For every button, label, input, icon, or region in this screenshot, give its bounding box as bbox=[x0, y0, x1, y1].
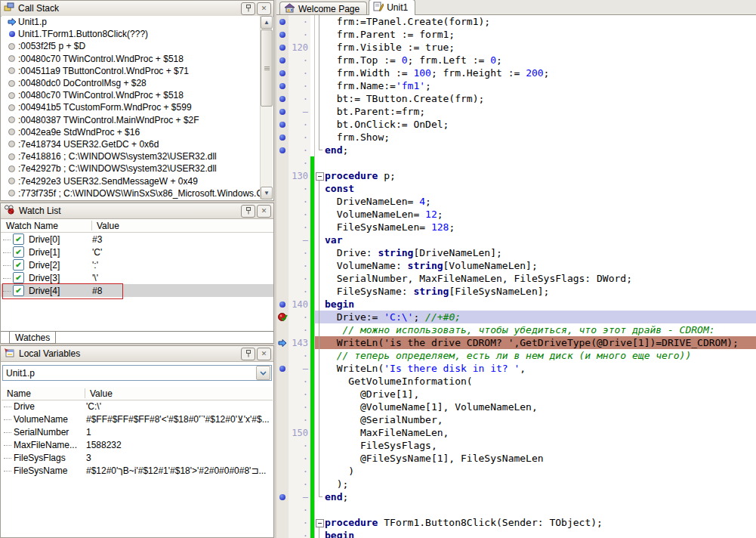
gutter-icon-cell[interactable] bbox=[276, 503, 289, 516]
gutter-icon-cell[interactable] bbox=[276, 182, 289, 195]
gutter-icon-cell[interactable] bbox=[276, 66, 289, 79]
gutter-icon-cell[interactable] bbox=[276, 439, 289, 452]
code-line-text[interactable]: GetVolumeInformation( bbox=[315, 375, 756, 388]
gutter-icon-cell[interactable] bbox=[276, 144, 289, 156]
editor-line[interactable]: · @Drive[1], bbox=[276, 388, 756, 400]
gutter-icon-cell[interactable] bbox=[276, 529, 289, 538]
column-value[interactable]: Value bbox=[97, 221, 119, 231]
editor-line[interactable]: · @VolumeName[1], VolumeNameLen, bbox=[276, 400, 756, 413]
code-line-text[interactable] bbox=[315, 503, 756, 516]
code-line-text[interactable]: Drive:= 'C:\'; //+#0; bbox=[315, 311, 756, 323]
editor-line[interactable]: · // теперь определяем, есть ли в нем ди… bbox=[276, 349, 756, 362]
editor-line[interactable]: 150 MaxFileNameLen, bbox=[276, 426, 756, 439]
editor-line[interactable]: · Drive:= 'C:\'; //+#0; bbox=[276, 311, 756, 323]
call-stack-item[interactable]: Unit1.p bbox=[2, 16, 261, 28]
editor-line[interactable]: · bbox=[276, 503, 756, 516]
gutter-icon-cell[interactable] bbox=[276, 375, 289, 388]
gutter-icon-cell[interactable] bbox=[276, 195, 289, 208]
call-stack-item[interactable]: :0042ea9e StdWndProc + $16 bbox=[2, 126, 261, 138]
gutter-icon-cell[interactable] bbox=[276, 105, 289, 118]
editor-line[interactable]: · @FileSysName[1], FileSysNameLen bbox=[276, 452, 756, 465]
gutter-icon-cell[interactable] bbox=[276, 298, 289, 311]
fold-collapse-icon[interactable] bbox=[316, 172, 324, 181]
code-line-text[interactable]: frm.Width := 100; frm.Height := 200; bbox=[315, 66, 756, 79]
watch-checkbox[interactable]: ✔ bbox=[13, 233, 24, 245]
call-stack-item[interactable]: :00480387 TWinControl.MainWndProc + $2F bbox=[2, 114, 261, 126]
scrollbar-track[interactable] bbox=[261, 29, 273, 187]
watch-checkbox[interactable]: ✔ bbox=[13, 272, 24, 283]
call-stack-item[interactable]: :773f735f ; C:\WINDOWS\WinSxS\x86_Micros… bbox=[2, 187, 261, 199]
local-variable-row[interactable]: Drive'C:\' bbox=[2, 400, 273, 413]
call-stack-item[interactable]: :7e4292e3 USER32.SendMessageW + 0x49 bbox=[2, 175, 261, 187]
scroll-up-icon[interactable]: ▲ bbox=[261, 16, 273, 29]
code-line-text[interactable]: // теперь определяем, есть ли в нем диск… bbox=[315, 349, 756, 362]
column-name[interactable]: Name bbox=[2, 388, 31, 399]
gutter-icon-cell[interactable] bbox=[276, 41, 289, 54]
tab-watches[interactable]: Watches bbox=[9, 332, 56, 344]
code-line-text[interactable]: frm.Visible := true; bbox=[315, 41, 756, 54]
editor-line[interactable]: –end; bbox=[276, 490, 756, 503]
editor-line[interactable]: 130procedure p; bbox=[276, 169, 756, 182]
code-line-text[interactable]: FileSysName: string[FileSysNameLen]; bbox=[315, 285, 756, 298]
local-variable-row[interactable]: MaxFileName...1588232 bbox=[2, 438, 273, 451]
code-line-text[interactable]: frm.Parent := form1; bbox=[315, 28, 756, 41]
editor-line[interactable]: · DriveNameLen= 4; bbox=[276, 195, 756, 208]
code-area[interactable]: · frm:=TPanel.Create(form1);· frm.Parent… bbox=[276, 15, 756, 538]
editor-line[interactable]: ·begin bbox=[276, 529, 756, 538]
editor-line[interactable]: ·end; bbox=[276, 144, 756, 156]
code-line-text[interactable]: begin bbox=[315, 529, 756, 538]
code-line-text[interactable]: VolumeName: string[VolumeNameLen]; bbox=[315, 259, 756, 272]
code-line-text[interactable]: FileSysNameLen= 128; bbox=[315, 221, 756, 233]
gutter-icon-cell[interactable] bbox=[276, 490, 289, 503]
fold-collapse-icon[interactable] bbox=[316, 519, 324, 527]
gutter-icon-cell[interactable] bbox=[276, 131, 289, 144]
gutter-icon-cell[interactable] bbox=[276, 15, 289, 28]
tab-unit1[interactable]: Unit1 bbox=[369, 0, 415, 15]
gutter-icon-cell[interactable] bbox=[276, 54, 289, 66]
code-line-text[interactable]: frm.Name:='fm1'; bbox=[315, 79, 756, 92]
locals-column-header[interactable]: Name Value bbox=[2, 387, 273, 400]
code-line-text[interactable]: procedure p; bbox=[315, 169, 756, 182]
call-stack-item[interactable]: :00480c70 TWinControl.WndProc + $518 bbox=[2, 89, 261, 101]
column-divider[interactable] bbox=[91, 221, 92, 230]
gutter-icon-cell[interactable] bbox=[276, 28, 289, 41]
gutter-icon-cell[interactable] bbox=[276, 79, 289, 92]
column-value[interactable]: Value bbox=[90, 388, 113, 399]
code-line-text[interactable] bbox=[315, 156, 756, 169]
gutter-icon-cell[interactable] bbox=[276, 285, 289, 298]
gutter-icon-cell[interactable] bbox=[276, 311, 289, 323]
code-line-text[interactable]: begin bbox=[315, 298, 756, 311]
gutter-icon-cell[interactable] bbox=[276, 221, 289, 233]
call-stack-item[interactable]: :004511a9 TButtonControl.WndProc + $71 bbox=[2, 65, 261, 77]
editor-line[interactable]: – WriteLn('Is there disk in it? ', bbox=[276, 362, 756, 375]
local-variable-row[interactable]: FileSysName#$12#0'ךB~i'#$12#1'#$18'>'#2#… bbox=[2, 464, 273, 477]
gutter-icon-cell[interactable] bbox=[276, 118, 289, 131]
column-divider[interactable] bbox=[85, 388, 85, 398]
editor-line[interactable]: · FileSysName: string[FileSysNameLen]; bbox=[276, 285, 756, 298]
code-line-text[interactable]: procedure TForm1.Button8Click(Sender: TO… bbox=[315, 516, 756, 529]
code-line-text[interactable]: bt.OnClick:= OnDel; bbox=[315, 118, 756, 131]
gutter-icon-cell[interactable] bbox=[276, 516, 289, 529]
gutter-icon-cell[interactable] bbox=[276, 156, 289, 169]
editor-line[interactable]: · ); bbox=[276, 478, 756, 490]
editor-line[interactable]: –var bbox=[276, 233, 756, 246]
gutter-icon-cell[interactable] bbox=[276, 413, 289, 426]
editor-line[interactable]: · frm.Name:='fm1'; bbox=[276, 79, 756, 92]
code-line-text[interactable]: frm.Top := 0; frm.Left := 0; bbox=[315, 54, 756, 66]
close-icon[interactable]: ✕ bbox=[257, 2, 271, 15]
code-line-text[interactable]: @Drive[1], bbox=[315, 388, 756, 400]
code-line-text[interactable]: @FileSysName[1], FileSysNameLen bbox=[315, 452, 756, 465]
watch-checkbox[interactable]: ✔ bbox=[13, 246, 24, 258]
column-watch-name[interactable]: Watch Name bbox=[1, 221, 58, 231]
code-line-text[interactable]: WriteLn('Is there disk in it? ', bbox=[315, 362, 756, 375]
call-stack-item[interactable]: :7e418816 ; C:\WINDOWS\system32\USER32.d… bbox=[2, 150, 261, 162]
pin-icon[interactable] bbox=[241, 348, 255, 360]
watch-row[interactable]: ✔Drive[0]#3 bbox=[1, 233, 273, 246]
scope-combobox[interactable]: Unit1.p bbox=[2, 365, 272, 381]
editor-line[interactable]: · VolumeName: string[VolumeNameLen]; bbox=[276, 259, 756, 272]
tab-welcome-page[interactable]: Welcome Page bbox=[279, 2, 367, 15]
code-line-text[interactable]: end; bbox=[315, 144, 756, 156]
gutter-icon-cell[interactable] bbox=[276, 349, 289, 362]
editor-line[interactable]: · frm.Width := 100; frm.Height := 200; bbox=[276, 66, 756, 79]
code-line-text[interactable]: DriveNameLen= 4; bbox=[315, 195, 756, 208]
